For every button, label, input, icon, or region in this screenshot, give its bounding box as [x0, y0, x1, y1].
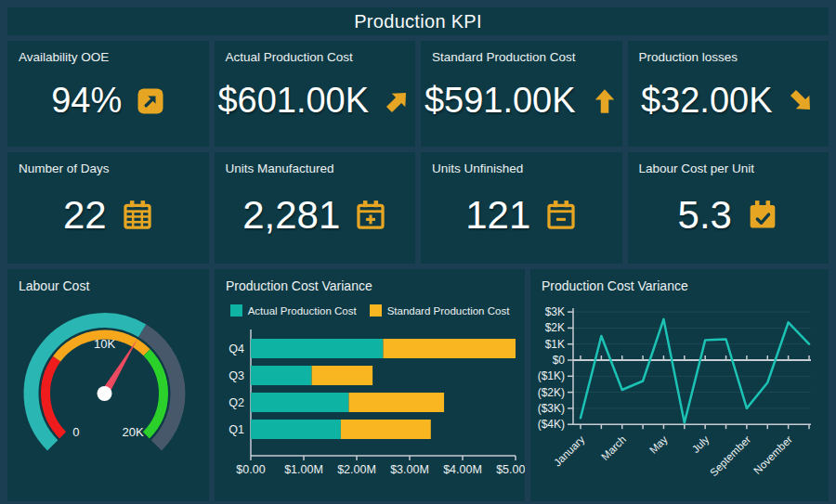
kpi-value: $32.00K	[641, 81, 773, 121]
legend-swatch-standard	[370, 304, 382, 317]
legend-item-actual-production-cost[interactable]: Actual Production Cost	[230, 304, 357, 317]
kpi-value: 22	[63, 193, 107, 238]
arrow-down-right-icon	[788, 87, 816, 115]
svg-text:March: March	[599, 433, 628, 462]
calendar-check-icon	[747, 200, 778, 231]
svg-text:0: 0	[72, 425, 79, 439]
dashboard-header: Production KPI	[7, 7, 829, 35]
svg-text:10K: 10K	[94, 337, 115, 351]
legend-label: Standard Production Cost	[387, 305, 510, 317]
svg-text:$0: $0	[553, 354, 566, 367]
legend-label: Actual Production Cost	[248, 305, 357, 317]
arrow-up-icon	[591, 87, 619, 115]
kpi-value: 121	[465, 193, 530, 238]
calendar-plus-icon	[355, 200, 386, 231]
svg-text:$3K: $3K	[545, 305, 565, 318]
kpi-value: $591.00K	[425, 81, 576, 121]
svg-text:$0.00: $0.00	[236, 463, 265, 476]
svg-text:Q3: Q3	[229, 369, 244, 382]
svg-text:$4.00M: $4.00M	[443, 463, 482, 476]
kpi-title: Units Unfinished	[432, 162, 611, 175]
svg-text:September: September	[708, 433, 752, 478]
production-cost-variance-bar-chart[interactable]: $0.00$1.00M$2.00M$3.00M$4.00M$5.00MQ4Q3Q…	[226, 318, 516, 485]
kpi-card-units-manufactured[interactable]: Units Manufactured 2,281	[215, 152, 416, 264]
kpi-card-production-losses[interactable]: Production losses $32.00K	[628, 41, 829, 147]
svg-text:May: May	[647, 433, 670, 456]
svg-text:November: November	[751, 433, 794, 476]
svg-text:20K: 20K	[122, 425, 143, 439]
kpi-title: Availability OOE	[19, 50, 198, 64]
kpi-title: Production losses	[639, 50, 818, 64]
legend-item-standard-production-cost[interactable]: Standard Production Cost	[370, 304, 510, 317]
gauge-card-labour-cost[interactable]: Labour Cost 10K020K	[7, 269, 209, 501]
svg-text:Q4: Q4	[229, 342, 244, 355]
production-kpi-dashboard: Production KPI Availability OOE 94% Actu…	[0, 0, 836, 504]
arrow-up-right-box-icon	[137, 87, 164, 115]
kpi-card-actual-production-cost[interactable]: Actual Production Cost $601.00K	[215, 41, 416, 147]
labour-cost-gauge-chart[interactable]: 10K020K	[19, 295, 198, 481]
svg-text:$2K: $2K	[545, 321, 565, 334]
charts-row: Labour Cost 10K020K Production Cost Vari…	[7, 269, 829, 501]
kpi-title: Actual Production Cost	[226, 50, 405, 64]
svg-text:($2K): ($2K)	[538, 386, 565, 399]
kpi-value: 94%	[51, 81, 122, 121]
kpi-row-1: Availability OOE 94% Actual Production C…	[7, 41, 829, 147]
page-title: Production KPI	[354, 11, 482, 32]
calendar-icon	[122, 200, 153, 231]
svg-text:January: January	[552, 433, 587, 469]
kpi-value: $601.00K	[217, 81, 369, 121]
kpi-card-availability-ooe[interactable]: Availability OOE 94%	[7, 41, 209, 147]
line-chart-card-production-cost-variance[interactable]: Production Cost Variance $3K$2K$1K$0($1K…	[530, 269, 829, 501]
calendar-minus-icon	[545, 200, 577, 231]
svg-text:($1K): ($1K)	[538, 369, 565, 382]
svg-text:$3.00M: $3.00M	[390, 463, 429, 476]
chart-title: Production Cost Variance	[226, 278, 514, 293]
kpi-card-labour-cost-per-unit[interactable]: Labour Cost per Unit 5.3	[628, 152, 829, 264]
kpi-value: 5.3	[678, 193, 732, 238]
svg-text:$2.00M: $2.00M	[337, 463, 376, 476]
svg-text:$5.00M: $5.00M	[496, 463, 525, 476]
kpi-title: Labour Cost per Unit	[639, 162, 818, 175]
kpi-title: Units Manufactured	[226, 162, 405, 175]
kpi-card-number-of-days[interactable]: Number of Days 22	[7, 152, 209, 264]
kpi-row-2: Number of Days 22 Units Manufactured 2,2…	[7, 152, 829, 264]
arrow-up-right-icon	[384, 87, 411, 115]
svg-text:$1K: $1K	[545, 338, 565, 351]
kpi-title: Number of Days	[19, 162, 198, 175]
kpi-card-standard-production-cost[interactable]: Standard Production Cost $591.00K	[421, 41, 622, 147]
svg-text:$1.00M: $1.00M	[284, 463, 323, 476]
svg-text:Q1: Q1	[229, 423, 244, 436]
chart-title: Labour Cost	[19, 278, 198, 293]
svg-text:($4K): ($4K)	[538, 418, 565, 431]
bar-chart-card-production-cost-variance[interactable]: Production Cost Variance Actual Producti…	[215, 269, 525, 501]
legend-swatch-actual	[230, 304, 242, 317]
kpi-card-units-unfinished[interactable]: Units Unfinished 121	[421, 152, 622, 264]
kpi-title: Standard Production Cost	[432, 50, 611, 64]
production-cost-variance-line-chart[interactable]: $3K$2K$1K$0($1K)($2K)($3K)($4K)JanuaryMa…	[542, 295, 817, 492]
kpi-value: 2,281	[242, 193, 340, 238]
svg-text:July: July	[690, 433, 712, 455]
chart-title: Production Cost Variance	[542, 278, 817, 293]
svg-text:($3K): ($3K)	[538, 402, 565, 415]
bar-chart-legend: Actual Production Cost Standard Producti…	[226, 304, 514, 317]
svg-text:Q2: Q2	[229, 396, 244, 409]
